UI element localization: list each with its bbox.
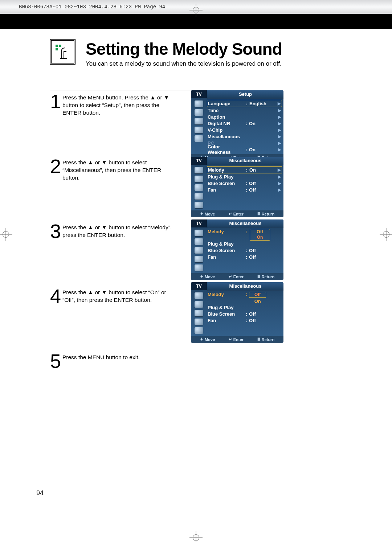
step-number: 3 <box>50 222 61 240</box>
osd-footer: ✦Move ↵Enter ⅢReturn <box>191 273 283 280</box>
osd-row-vchip[interactable]: V-Chip ▶ <box>208 127 281 133</box>
step-text: Press the ▲ or ▼ button to select “On” o… <box>62 287 179 304</box>
step-number: 1 <box>50 93 61 110</box>
osd-icon <box>195 176 203 182</box>
page-number: 94 <box>36 489 44 497</box>
registration-mark-right-icon <box>380 228 392 241</box>
osd-icon <box>195 301 203 308</box>
osd-row-bluescreen[interactable]: Blue Screen: Off ▶ <box>208 180 281 186</box>
chevron-right-icon: ▶ <box>278 134 281 139</box>
enter-icon: ↵ <box>229 337 232 342</box>
updown-icon: ✦ <box>200 212 203 216</box>
osd-row-miscellaneous[interactable]: Miscellaneous ▶ <box>208 133 281 140</box>
melody-option-box[interactable]: Off On <box>250 229 270 241</box>
step-4: 4 Press the ▲ or ▼ button to select “On”… <box>50 285 193 350</box>
updown-icon: ✦ <box>200 274 203 279</box>
osd-icon <box>195 310 203 316</box>
chevron-right-icon: ▶ <box>278 147 281 152</box>
step-number: 4 <box>50 287 61 305</box>
step-2: 2 Press the ▲ or ▼ button to select “Mis… <box>50 155 193 220</box>
osd-tv-label: TV <box>191 157 207 165</box>
osd-category-icons <box>191 98 207 154</box>
option-on[interactable]: On <box>249 299 266 304</box>
osd-row-plugplay[interactable]: Plug & Play <box>208 304 281 311</box>
return-icon: Ⅲ <box>257 212 260 216</box>
page-title: Setting the Melody Sound <box>86 39 282 59</box>
chevron-right-icon: ▶ <box>278 108 281 113</box>
chevron-right-icon: ▶ <box>278 181 281 186</box>
return-icon: Ⅲ <box>257 274 260 279</box>
osd-title: Miscellaneous <box>207 157 283 165</box>
osd-footer: ✦Move ↵Enter ⅢReturn <box>191 336 283 343</box>
osd-icon <box>195 264 203 271</box>
svg-rect-2 <box>56 48 58 50</box>
osd-title: Setup <box>207 90 283 99</box>
osd-setup: TV Setup Language: English ▶ Time ▶ <box>191 90 283 161</box>
step-text: Press the MENU button to exit. <box>62 352 179 361</box>
chevron-right-icon: ▶ <box>278 141 281 145</box>
registration-mark-top-icon <box>189 4 203 17</box>
osd-row-time[interactable]: Time ▶ <box>208 107 281 114</box>
osd-icon <box>195 230 203 236</box>
step-1: 1 Press the MENU button. Press the ▲ or … <box>50 90 193 155</box>
chevron-right-icon: ▶ <box>278 188 281 192</box>
osd-icon <box>195 327 203 334</box>
osd-row-melody[interactable]: Melody: Off On <box>208 229 281 241</box>
osd-row-fan[interactable]: Fan: Off <box>208 254 281 260</box>
osd-row-melody[interactable]: Melody: On ▶ <box>207 166 282 173</box>
osd-row-bluescreen[interactable]: Blue Screen: Off <box>208 247 281 254</box>
osd-row-fan[interactable]: Fan: Off ▶ <box>208 186 281 193</box>
registration-mark-left-icon <box>0 228 12 241</box>
osd-category-icons <box>191 227 207 273</box>
osd-icon <box>195 167 203 173</box>
osd-row-bluescreen[interactable]: Blue Screen: Off <box>208 311 281 317</box>
osd-category-icons <box>191 290 207 336</box>
osd-misc-3: TV Miscellaneous Melody: Off On <box>191 282 283 343</box>
svg-rect-1 <box>59 45 61 47</box>
osd-row-melody[interactable]: Melody: Off On <box>208 292 281 304</box>
osd-icon <box>195 184 203 191</box>
osd-tv-label: TV <box>191 90 207 98</box>
step-5: 5 Press the MENU button to exit. <box>50 350 193 370</box>
osd-tv-label: TV <box>191 282 207 290</box>
osd-icon <box>195 109 203 116</box>
osd-icon <box>195 135 203 142</box>
osd-misc-2: TV Miscellaneous Melody: Off On <box>191 219 283 280</box>
osd-row-fan[interactable]: Fan: Off <box>208 317 281 324</box>
step-text: Press the ▲ or ▼ button to select “Melod… <box>62 222 179 239</box>
chevron-right-icon: ▶ <box>278 174 281 179</box>
osd-icon <box>195 127 203 133</box>
step-text: Press the ▲ or ▼ button to select “Misce… <box>62 157 179 182</box>
svg-rect-3 <box>60 58 67 59</box>
osd-icon <box>195 100 203 107</box>
osd-icon <box>195 118 203 124</box>
osd-icon <box>195 193 203 200</box>
osd-icon <box>195 256 203 262</box>
page-subtitle: You can set a melody to sound when the t… <box>86 60 282 67</box>
osd-row-plugplay[interactable]: Plug & Play <box>208 241 281 247</box>
chevron-right-icon: ▶ <box>277 101 281 106</box>
step-3: 3 Press the ▲ or ▼ button to select “Mel… <box>50 220 193 285</box>
osd-row-language[interactable]: Language: English ▶ <box>207 100 282 107</box>
option-off-selected[interactable]: Off <box>249 292 266 298</box>
print-header-text: BN68-00678A-01_082~103 2004.4.28 6:23 PM… <box>19 4 165 10</box>
osd-row-digital-nr[interactable]: Digital NR: On ▶ <box>208 120 281 127</box>
print-header: BN68-00678A-01_082~103 2004.4.28 6:23 PM… <box>0 0 392 14</box>
osd-icon <box>195 292 203 299</box>
osd-title: Miscellaneous <box>207 282 283 291</box>
osd-icon <box>195 238 203 245</box>
osd-row-color-weakness[interactable]: Color Weakness: On ▶ <box>208 146 281 153</box>
option-off[interactable]: Off <box>251 229 269 235</box>
chevron-right-icon: ▶ <box>278 128 281 132</box>
osd-row-caption[interactable]: Caption ▶ <box>208 114 281 120</box>
enter-icon: ↵ <box>229 274 232 279</box>
enter-icon: ↵ <box>229 212 232 216</box>
osd-icon <box>195 247 203 254</box>
osd-row-plugplay[interactable]: Plug & Play ▶ <box>208 173 281 180</box>
osd-tv-label: TV <box>191 219 207 227</box>
melody-icon <box>50 39 75 65</box>
step-number: 5 <box>50 352 61 370</box>
option-on[interactable]: On <box>251 235 269 240</box>
step-number: 2 <box>50 157 61 175</box>
osd-icon <box>195 202 203 208</box>
